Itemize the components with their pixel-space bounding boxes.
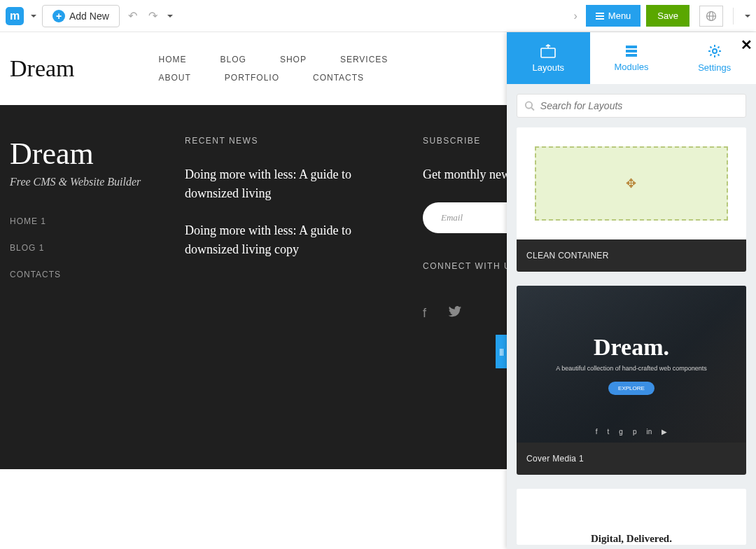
tab-settings-label: Settings xyxy=(698,62,731,73)
svg-line-13 xyxy=(531,108,534,111)
settings-icon xyxy=(708,44,722,58)
nav-link-home[interactable]: HOME xyxy=(159,55,187,64)
twitter-icon[interactable] xyxy=(449,306,461,321)
layout-card-clean-container[interactable]: ✥ CLEAN CONTAINER xyxy=(517,127,746,272)
news-item-1[interactable]: Doing more with less: A guide to downsiz… xyxy=(185,165,395,203)
undo-icon[interactable]: ↶ xyxy=(125,6,140,25)
add-new-label: Add New xyxy=(69,11,109,22)
nav-link-contacts[interactable]: CONTACTS xyxy=(313,73,364,83)
svg-rect-8 xyxy=(626,46,637,48)
chevron-right-icon[interactable]: › xyxy=(571,7,580,25)
svg-point-11 xyxy=(713,49,717,53)
layout-search[interactable] xyxy=(517,94,746,118)
publish-globe-button[interactable] xyxy=(699,6,723,27)
tab-layouts[interactable]: Layouts xyxy=(507,32,590,84)
cover-preview-title: Dream. xyxy=(594,334,669,361)
layout-card-label: CLEAN CONTAINER xyxy=(517,239,746,272)
facebook-icon[interactable]: f xyxy=(423,306,426,321)
email-placeholder: Email xyxy=(441,212,463,223)
tab-modules[interactable]: Modules xyxy=(590,32,673,84)
modules-icon xyxy=(624,45,638,57)
svg-rect-10 xyxy=(626,54,637,57)
app-logo[interactable]: m xyxy=(6,7,24,25)
recent-news-heading: RECENT NEWS xyxy=(185,136,395,146)
nav-link-portfolio[interactable]: PORTFOLIO xyxy=(225,73,279,83)
save-label: Save xyxy=(657,11,678,21)
close-panel-button[interactable]: ✕ xyxy=(741,36,755,50)
tab-layouts-label: Layouts xyxy=(533,62,565,73)
layout-list: ✥ CLEAN CONTAINER Dream. A beautiful col… xyxy=(507,127,756,549)
add-new-button[interactable]: + Add New xyxy=(42,5,120,27)
site-nav: HOME BLOG SHOP SERVICES ABOUT PORTFOLIO … xyxy=(159,50,388,87)
footer-link-contacts[interactable]: CONTACTS xyxy=(10,270,157,279)
search-icon xyxy=(524,100,535,111)
site-brand[interactable]: Dream xyxy=(10,55,75,82)
cover-preview-social: ftgpin▶ xyxy=(596,428,667,436)
globe-icon xyxy=(706,11,717,22)
top-toolbar: m + Add New ↶ ↷ › Menu Save xyxy=(0,0,756,32)
footer-link-blog[interactable]: BLOG 1 xyxy=(10,243,157,253)
news-item-2[interactable]: Doing more with less: A guide to downsiz… xyxy=(185,221,395,259)
tab-modules-label: Modules xyxy=(614,62,648,72)
layout-card-label: Cover Media 1 xyxy=(517,443,746,475)
nav-link-shop[interactable]: SHOP xyxy=(280,55,307,64)
svg-rect-9 xyxy=(626,50,637,53)
footer-link-home[interactable]: HOME 1 xyxy=(10,216,157,226)
clean-container-dropzone: ✥ xyxy=(535,146,728,221)
layout-thumb: Digital, Delivered. xyxy=(517,489,746,545)
menu-button[interactable]: Menu xyxy=(586,5,641,27)
nav-link-about[interactable]: ABOUT xyxy=(159,73,191,83)
layout-card-digital[interactable]: Digital, Delivered. xyxy=(517,489,746,545)
history-dropdown-icon[interactable] xyxy=(167,15,173,18)
layout-search-input[interactable] xyxy=(540,100,738,111)
hamburger-icon xyxy=(596,13,604,20)
layouts-icon xyxy=(540,44,556,58)
cover-preview-subtitle: A beautiful collection of hand-crafted w… xyxy=(556,365,707,372)
side-panel: Layouts Modules Settings ✥ CLEAN CONTAIN… xyxy=(507,32,756,549)
panel-resize-handle[interactable]: ||| xyxy=(496,335,507,368)
footer-tagline: Free CMS & Website Builder xyxy=(10,176,157,188)
nav-link-blog[interactable]: BLOG xyxy=(220,55,246,64)
footer-brand: Dream xyxy=(10,136,157,172)
plus-icon: + xyxy=(52,10,65,22)
redo-icon[interactable]: ↷ xyxy=(146,6,160,25)
layout-card-cover-media-1[interactable]: Dream. A beautiful collection of hand-cr… xyxy=(517,286,746,475)
save-button[interactable]: Save xyxy=(646,5,690,27)
cover-preview-button: EXPLORE xyxy=(608,382,654,395)
panel-tabs: Layouts Modules Settings xyxy=(507,32,756,84)
svg-point-12 xyxy=(526,102,532,108)
svg-rect-7 xyxy=(541,48,555,57)
toolbar-divider xyxy=(733,8,734,25)
more-dropdown-icon[interactable] xyxy=(745,15,750,18)
layout-thumb: Dream. A beautiful collection of hand-cr… xyxy=(517,286,746,443)
digital-preview-title: Digital, Delivered. xyxy=(591,533,672,545)
nav-link-services[interactable]: SERVICES xyxy=(340,55,388,64)
layout-thumb: ✥ xyxy=(517,127,746,239)
menu-label: Menu xyxy=(608,11,631,21)
logo-dropdown-icon[interactable] xyxy=(31,15,36,18)
